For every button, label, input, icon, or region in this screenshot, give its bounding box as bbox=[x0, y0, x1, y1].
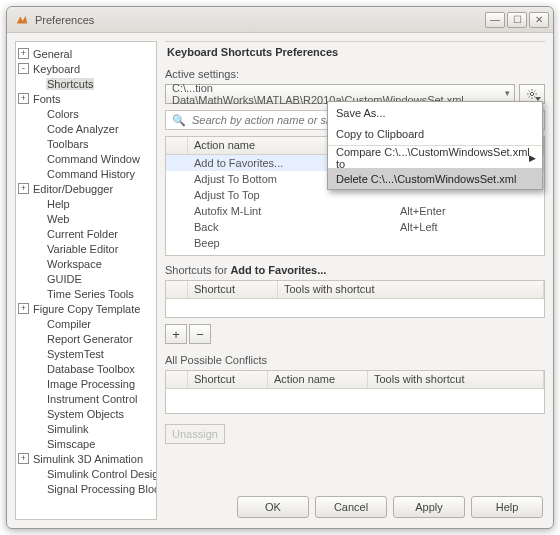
maximize-button[interactable]: ☐ bbox=[507, 12, 527, 28]
tree-item[interactable]: Time Series Tools bbox=[18, 286, 154, 301]
tree-toggle-icon[interactable]: + bbox=[18, 453, 29, 464]
preferences-window: Preferences — ☐ ✕ +General-KeyboardShort… bbox=[6, 6, 554, 529]
tree-item[interactable]: Command Window bbox=[18, 151, 154, 166]
menu-copy-clipboard[interactable]: Copy to Clipboard bbox=[328, 123, 542, 144]
window-title: Preferences bbox=[35, 14, 94, 26]
tree-item[interactable]: +Fonts bbox=[18, 91, 154, 106]
menu-compare[interactable]: Compare C:\...\CustomWindowsSet.xml to ▶ bbox=[328, 147, 542, 168]
svg-line-8 bbox=[529, 96, 530, 97]
tree-item[interactable]: Web bbox=[18, 211, 154, 226]
tree-item[interactable]: Simscape bbox=[18, 436, 154, 451]
tree-item[interactable]: Toolbars bbox=[18, 136, 154, 151]
cancel-button[interactable]: Cancel bbox=[315, 496, 387, 518]
close-button[interactable]: ✕ bbox=[529, 12, 549, 28]
tree-item[interactable]: Simulink Control Design bbox=[18, 466, 154, 481]
tree-item[interactable]: Code Analyzer bbox=[18, 121, 154, 136]
ok-button[interactable]: OK bbox=[237, 496, 309, 518]
tree-item[interactable]: Simulink bbox=[18, 421, 154, 436]
shortcuts-for-label: Shortcuts for Add to Favorites... bbox=[165, 264, 545, 276]
add-shortcut-button[interactable]: + bbox=[165, 324, 187, 344]
tree-toggle-icon[interactable]: - bbox=[18, 63, 29, 74]
tree-item[interactable]: +Figure Copy Template bbox=[18, 301, 154, 316]
tree-item[interactable]: SystemTest bbox=[18, 346, 154, 361]
apply-button[interactable]: Apply bbox=[393, 496, 465, 518]
menu-save-as[interactable]: Save As... bbox=[328, 102, 542, 123]
tree-item[interactable]: +General bbox=[18, 46, 154, 61]
tree-item[interactable]: Compiler bbox=[18, 316, 154, 331]
tree-item[interactable]: Image Processing bbox=[18, 376, 154, 391]
conflicts-table[interactable]: Shortcut Action name Tools with shortcut bbox=[165, 370, 545, 414]
unassign-button: Unassign bbox=[165, 424, 225, 444]
minimize-button[interactable]: — bbox=[485, 12, 505, 28]
tree-item[interactable]: Help bbox=[18, 196, 154, 211]
tree-item[interactable]: System Objects bbox=[18, 406, 154, 421]
svg-line-7 bbox=[534, 91, 535, 92]
svg-point-0 bbox=[530, 92, 533, 95]
tree-item[interactable]: -Keyboard bbox=[18, 61, 154, 76]
submenu-arrow-icon: ▶ bbox=[529, 153, 536, 163]
tree-item[interactable]: Colors bbox=[18, 106, 154, 121]
tree-item[interactable]: Report Generator bbox=[18, 331, 154, 346]
tree-item[interactable]: +Editor/Debugger bbox=[18, 181, 154, 196]
tree-item[interactable]: Shortcuts bbox=[18, 76, 154, 91]
action-row[interactable]: Autofix M-LintAlt+Enter bbox=[166, 203, 544, 219]
pane-title: Keyboard Shortcuts Preferences bbox=[165, 42, 545, 68]
remove-shortcut-button[interactable]: − bbox=[189, 324, 211, 344]
tree-item[interactable]: Command History bbox=[18, 166, 154, 181]
titlebar: Preferences — ☐ ✕ bbox=[7, 7, 553, 33]
tree-item[interactable]: Variable Editor bbox=[18, 241, 154, 256]
svg-line-5 bbox=[529, 91, 530, 92]
tree-toggle-icon[interactable]: + bbox=[18, 48, 29, 59]
chevron-down-icon: ▾ bbox=[505, 88, 510, 98]
tree-item[interactable]: Signal Processing Blockset bbox=[18, 481, 154, 496]
shortcuts-table[interactable]: Shortcut Tools with shortcut bbox=[165, 280, 545, 318]
gear-dropdown-menu: Save As... Copy to Clipboard Compare C:\… bbox=[327, 101, 543, 190]
menu-delete[interactable]: Delete C:\...\CustomWindowsSet.xml bbox=[328, 168, 542, 189]
tree-toggle-icon[interactable]: + bbox=[18, 93, 29, 104]
action-row[interactable]: Beep bbox=[166, 235, 544, 251]
search-icon: 🔍 bbox=[172, 114, 186, 127]
tree-toggle-icon[interactable]: + bbox=[18, 183, 29, 194]
tree-toggle-icon[interactable]: + bbox=[18, 303, 29, 314]
category-tree[interactable]: +General-KeyboardShortcuts+FontsColorsCo… bbox=[15, 41, 157, 520]
tree-item[interactable]: Instrument Control bbox=[18, 391, 154, 406]
help-button[interactable]: Help bbox=[471, 496, 543, 518]
app-logo-icon bbox=[15, 13, 29, 27]
conflicts-label: All Possible Conflicts bbox=[165, 354, 545, 366]
tree-item[interactable]: GUIDE bbox=[18, 271, 154, 286]
tree-item[interactable]: +Simulink 3D Animation bbox=[18, 451, 154, 466]
action-row[interactable]: BackAlt+Left bbox=[166, 219, 544, 235]
tree-item[interactable]: Current Folder bbox=[18, 226, 154, 241]
tree-item[interactable]: Workspace bbox=[18, 256, 154, 271]
tree-item[interactable]: Database Toolbox bbox=[18, 361, 154, 376]
dialog-buttons: OK Cancel Apply Help bbox=[237, 496, 543, 518]
